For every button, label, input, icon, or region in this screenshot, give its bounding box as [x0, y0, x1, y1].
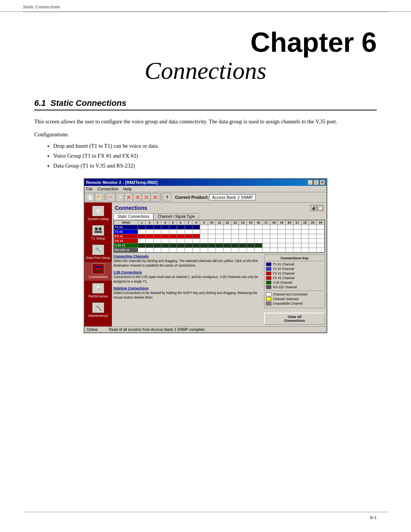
span-fx1: FX #1	[114, 234, 138, 239]
col-3: 3	[153, 220, 161, 225]
v35-connections-text: Connections to the V.35 Span must start …	[113, 275, 262, 284]
tb-btn6[interactable]: ❌	[151, 193, 159, 201]
col-23: 23	[309, 220, 317, 225]
tb-btn3[interactable]: ❌	[124, 193, 133, 201]
sidebar-item-data-port-setup[interactable]: 🔧 Data Port Setup	[84, 243, 112, 262]
sidebar-label-data-port: Data Port Setup	[86, 256, 110, 260]
deleting-connections-section: Deleting Connections Select Connections …	[113, 286, 262, 300]
connecting-channels-title: Connecting Channels	[113, 254, 262, 258]
status-message: Read of all screens from Access Bank 2 S…	[109, 328, 324, 332]
table-row: T1 #2	[114, 230, 325, 234]
current-product-label: Current Product:	[175, 195, 209, 200]
tb-btn2[interactable]: 📋	[116, 193, 124, 201]
span-t1-1: T1 #1	[114, 225, 138, 230]
col-8: 8	[192, 220, 200, 225]
status-bar: Online Read of all screens from Access B…	[84, 326, 327, 332]
menu-connection[interactable]: Connection	[97, 187, 119, 191]
tb-btn5[interactable]: ❌	[142, 193, 150, 201]
key-not-connected: Channel Not Connected	[266, 292, 323, 296]
product-dropdown[interactable]: Access Bank 2 SNMP	[209, 194, 256, 200]
col-1: 1	[138, 220, 146, 225]
window-controls[interactable]: _ □ ✕	[307, 180, 325, 185]
v35-connections-section: V.35 Connections Connections to the V.35…	[113, 270, 262, 284]
close-button[interactable]: ✕	[320, 180, 325, 185]
v35-connections-title: V.35 Connections	[113, 270, 262, 274]
key-color-t1-2	[266, 267, 271, 271]
system-setup-icon: ⚙	[92, 206, 104, 216]
col-19: 19	[278, 220, 285, 225]
col-14: 14	[239, 220, 247, 225]
key-label-t1-1: T1 #1 Channel	[273, 262, 294, 266]
key-title: Connections Key	[266, 256, 323, 261]
key-label-unavailable: Unavailable Channel	[273, 302, 303, 305]
tab-channel-signal-type[interactable]: Channel / Signal Type	[153, 213, 199, 220]
table-row: FX #1	[114, 234, 325, 239]
maximize-button[interactable]: □	[314, 180, 319, 185]
sidebar-item-system-setup[interactable]: ⚙ System Setup	[84, 204, 112, 223]
toolbar-icons[interactable]: 📄 📂 ✂ 📋 ❌ ❌ ❌ ❌ ?	[86, 193, 171, 201]
key-t1-1: T1 #1 Channel	[266, 262, 323, 266]
key-color-selected	[266, 297, 271, 301]
table-row: T1 #1	[114, 225, 325, 230]
key-color-rs232	[266, 285, 271, 289]
col-22: 22	[301, 220, 309, 225]
span-rs232: RS-232 #1	[114, 248, 138, 252]
key-rs232: RS-232 Channel	[266, 285, 323, 289]
t1-setup-icon	[92, 225, 104, 236]
right-panel: Connections Key T1 #1 Channel T1 #2 Chan…	[264, 254, 325, 325]
minimize-button[interactable]: _	[307, 180, 313, 185]
span-fx2: FX #2	[114, 239, 138, 243]
page-header: Static Connections	[0, 0, 411, 12]
clear-all-connections-button[interactable]: Clear All Connections	[264, 313, 325, 325]
span-t1-2: T1 #2	[114, 230, 138, 234]
col-4: 4	[161, 220, 169, 225]
tb-open[interactable]: 📂	[95, 193, 103, 201]
sidebar-item-performance[interactable]: 📊 Performance	[84, 281, 112, 300]
sidebar-label-performance: Performance	[88, 294, 108, 299]
main-content: Chapter 6 Connections 6.1 Static Connect…	[0, 12, 411, 356]
deleting-connections-text: Select Connections to be deleted by hold…	[113, 291, 262, 300]
sidebar-item-connections[interactable]: Connections	[84, 262, 112, 281]
key-color-fx1	[266, 272, 271, 275]
config-label: Configurations:	[34, 131, 377, 138]
connections-table-wrapper: SPAN 1 2 3 4 5 6 7 8 9 10	[113, 220, 325, 253]
col-20: 20	[285, 220, 293, 225]
win-section-title: Connections	[115, 205, 147, 211]
left-panel: Connecting Channels Select the channels …	[113, 254, 262, 325]
printer-icon[interactable]: 📋	[317, 205, 323, 211]
performance-icon: 📊	[92, 283, 104, 294]
tb-help[interactable]: ?	[163, 193, 171, 201]
key-label-t1-2: T1 #2 Channel	[273, 267, 294, 271]
menu-file[interactable]: File	[86, 187, 93, 191]
key-color-t1-1	[266, 262, 271, 266]
connections-icon	[92, 264, 104, 274]
col-24: 24	[317, 220, 325, 225]
tb-cut[interactable]: ✂	[107, 193, 115, 201]
key-label-rs232: RS-232 Channel	[273, 285, 297, 289]
col-7: 7	[185, 220, 192, 225]
col-15: 15	[247, 220, 254, 225]
window-titlebar: Remote Monitor 2 - [RM2Temp.RM2] _ □ ✕	[84, 179, 327, 186]
span-v35: V.35 #1	[114, 243, 138, 248]
key-color-fx2	[266, 276, 271, 280]
tab-static-connections[interactable]: Static Connections	[113, 213, 153, 220]
sidebar-item-t1-setup[interactable]: T1 Setup	[84, 224, 112, 242]
key-color-v35	[266, 281, 271, 284]
key-label-fx1: FX #1 Channel	[273, 272, 295, 275]
col-5: 5	[169, 220, 177, 225]
menu-bar: File Connection Help	[84, 186, 327, 192]
maintenance-icon: 🔨	[92, 302, 104, 313]
col-18: 18	[270, 220, 277, 225]
tb-new[interactable]: 📄	[86, 193, 94, 201]
connecting-channels-section: Connecting Channels Select the channels …	[113, 254, 262, 268]
help-icon[interactable]: 🖨	[311, 205, 317, 211]
tb-btn4[interactable]: ❌	[133, 193, 142, 201]
toolbar: 📄 📂 ✂ 📋 ❌ ❌ ❌ ❌ ? Current Product: Acces…	[84, 192, 327, 203]
col-17: 17	[262, 220, 270, 225]
sidebar-item-maintenance[interactable]: 🔨 Maintenance	[84, 301, 112, 320]
menu-help[interactable]: Help	[123, 187, 132, 191]
bullet-list: Drop and Insert (T1 to T1) can be voice …	[53, 141, 377, 171]
col-span: SPAN	[114, 220, 138, 225]
page-number: 6-1	[370, 514, 377, 521]
bullet-1: Drop and Insert (T1 to T1) can be voice …	[53, 141, 377, 151]
